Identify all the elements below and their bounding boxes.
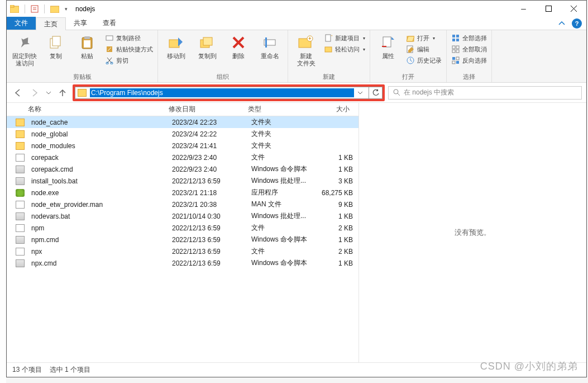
file-type: 文件 [248, 223, 316, 233]
qat-folder-icon[interactable] [50, 5, 59, 13]
svg-text:✦: ✦ [331, 34, 332, 39]
file-size: 68,275 KB [316, 189, 356, 197]
file-date: 2022/12/13 6:59 [169, 259, 248, 267]
file-type: MAN 文件 [248, 200, 316, 209]
file-type: 文件夹 [248, 141, 316, 150]
table-row[interactable]: npx2022/12/13 6:59文件2 KB [7, 245, 358, 257]
folder-icon [10, 5, 19, 13]
title-bar: ▾ nodejs ─ [7, 1, 586, 17]
cut-button[interactable]: 剪切 [105, 56, 153, 65]
column-date[interactable]: 修改日期 [165, 105, 245, 114]
svg-rect-24 [325, 47, 332, 52]
status-count: 13 个项目 [12, 365, 42, 375]
up-button[interactable] [56, 86, 69, 100]
qat-properties-icon[interactable] [31, 5, 39, 13]
column-header-row: 名称 修改日期 类型 大小 [7, 103, 358, 116]
file-type: Windows 命令脚本 [248, 235, 316, 244]
file-icon [16, 248, 25, 256]
nav-bar: C:\Program Files\nodejs 在 nodejs 中搜索 [7, 83, 586, 103]
pin-quickaccess-button[interactable]: 固定到快速访问 [11, 32, 38, 67]
delete-button[interactable]: 删除 [225, 32, 252, 60]
column-type[interactable]: 类型 [245, 105, 313, 114]
svg-rect-6 [52, 36, 60, 46]
file-size: 1 KB [316, 259, 356, 267]
svg-rect-1 [10, 5, 14, 7]
file-date: 2022/9/23 2:40 [169, 154, 248, 162]
address-bar[interactable]: C:\Program Files\nodejs [75, 87, 369, 99]
copy-button[interactable]: 复制 [42, 32, 69, 60]
column-name[interactable]: 名称 [25, 105, 165, 114]
file-icon [16, 201, 25, 209]
move-to-button[interactable]: 移动到 [162, 32, 189, 60]
table-row[interactable]: corepack2022/9/23 2:40文件1 KB [7, 152, 358, 163]
collapse-ribbon-icon[interactable] [554, 17, 570, 30]
file-name: npm.cmd [28, 236, 169, 244]
copy-path-button[interactable]: 复制路径 [105, 34, 153, 42]
file-date: 2023/2/1 21:18 [169, 189, 248, 197]
file-date: 2022/12/13 6:59 [169, 224, 248, 232]
table-row[interactable]: node_cache2023/2/4 22:23文件夹 [7, 116, 358, 128]
menu-share[interactable]: 共享 [66, 17, 95, 30]
menu-home[interactable]: 主页 [36, 17, 66, 30]
copy-to-button[interactable]: 复制到 [194, 32, 221, 60]
select-none-button[interactable]: 全部取消 [451, 45, 487, 54]
column-size[interactable]: 大小 [313, 105, 353, 114]
file-list[interactable]: 名称 修改日期 类型 大小 node_cache2023/2/4 22:23文件… [7, 103, 358, 362]
file-date: 2022/12/13 6:59 [169, 248, 248, 256]
svg-rect-25 [383, 37, 391, 47]
edit-button[interactable]: 编辑 [406, 45, 442, 54]
bat-icon [16, 259, 25, 267]
search-input[interactable]: 在 nodejs 中搜索 [388, 86, 582, 100]
easy-access-button[interactable]: 轻松访问▾ [324, 45, 365, 54]
table-row[interactable]: nodevars.bat2021/10/14 0:30Windows 批处理..… [7, 210, 358, 222]
close-button[interactable] [561, 1, 586, 17]
folder-icon [78, 89, 87, 97]
bat-icon [16, 166, 25, 173]
table-row[interactable]: install_tools.bat2022/12/13 6:59Windows … [7, 175, 358, 187]
file-type: Windows 命令脚本 [248, 164, 316, 174]
window-title: nodejs [75, 5, 95, 13]
menu-view[interactable]: 查看 [95, 17, 124, 30]
menu-file[interactable]: 文件 [7, 17, 36, 30]
table-row[interactable]: node_etw_provider.man2023/2/1 20:38MAN 文… [7, 198, 358, 210]
table-row[interactable]: corepack.cmd2022/9/23 2:40Windows 命令脚本1 … [7, 163, 358, 175]
svg-rect-36 [456, 50, 459, 53]
new-item-button[interactable]: ✦新建项目▾ [324, 34, 365, 42]
folder-icon [16, 119, 25, 126]
forward-button[interactable] [28, 86, 41, 100]
table-row[interactable]: node_modules2023/2/4 21:41文件夹 [7, 140, 358, 152]
file-name: corepack [28, 154, 169, 162]
open-button[interactable]: 打开▾ [406, 34, 442, 42]
file-date: 2022/12/13 6:59 [169, 177, 248, 185]
paste-shortcut-button[interactable]: 粘贴快捷方式 [105, 45, 153, 54]
refresh-button[interactable] [369, 87, 383, 99]
back-button[interactable] [11, 86, 25, 100]
svg-rect-39 [452, 61, 455, 64]
help-icon[interactable]: ? [572, 18, 582, 29]
file-name: node_modules [28, 142, 169, 150]
file-date: 2022/9/23 2:40 [169, 166, 248, 173]
invert-select-button[interactable]: 反向选择 [451, 56, 487, 65]
address-dropdown-icon[interactable] [354, 90, 366, 96]
recent-dropdown-icon[interactable] [45, 86, 52, 100]
qat-dropdown-icon[interactable]: ▾ [65, 6, 68, 12]
file-icon [16, 154, 25, 162]
properties-button[interactable]: 属性 [375, 32, 401, 60]
address-path[interactable]: C:\Program Files\nodejs [90, 88, 354, 97]
folder-icon [16, 130, 25, 138]
maximize-button[interactable] [536, 1, 561, 17]
minimize-button[interactable]: ─ [511, 1, 536, 17]
table-row[interactable]: npm.cmd2022/12/13 6:59Windows 命令脚本1 KB [7, 234, 358, 245]
table-row[interactable]: node.exe2023/2/1 21:18应用程序68,275 KB [7, 187, 358, 198]
svg-text:✦: ✦ [308, 36, 312, 41]
new-folder-button[interactable]: ✦新建文件夹 [293, 32, 319, 67]
select-all-button[interactable]: 全部选择 [451, 34, 487, 42]
history-button[interactable]: 历史记录 [406, 56, 442, 65]
rename-button[interactable]: 重命名 [256, 32, 283, 60]
table-row[interactable]: npx.cmd2022/12/13 6:59Windows 命令脚本1 KB [7, 257, 358, 269]
table-row[interactable]: npm2022/12/13 6:59文件2 KB [7, 222, 358, 234]
table-row[interactable]: node_global2023/2/4 22:22文件夹 [7, 128, 358, 140]
file-name: node_global [28, 130, 169, 138]
paste-button[interactable]: 粘贴 [74, 32, 101, 60]
bat-icon [16, 177, 25, 185]
